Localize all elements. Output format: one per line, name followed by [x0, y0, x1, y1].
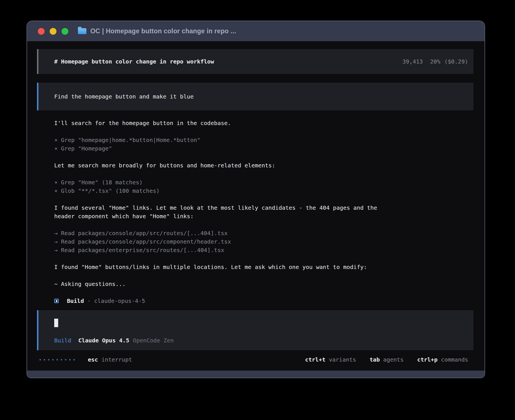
close-button[interactable] [38, 28, 45, 35]
spinner-dot [40, 359, 41, 360]
hint-label: agents [383, 356, 403, 363]
agent-build-icon [54, 299, 59, 303]
assistant-paragraph: I'll search for the homepage button in t… [54, 119, 473, 127]
tool-call-group: ∗ Grep "homepage|home.*button|Home.*butt… [54, 136, 473, 153]
hint-variants: ctrl+t variants [305, 356, 356, 363]
spinner-dot [73, 359, 75, 360]
zoom-button[interactable] [62, 28, 68, 35]
spinner-dot [48, 359, 49, 360]
hint-key: ctrl+t [305, 356, 325, 363]
assistant-paragraph: Let me search more broadly for buttons a… [54, 161, 473, 170]
tool-call-line: ∗ Grep "Homepage" [54, 144, 473, 153]
terminal-window: OC | Homepage button color change in rep… [27, 21, 485, 378]
spinner-dot [44, 359, 45, 360]
session-header: # Homepage button color change in repo w… [37, 49, 473, 74]
context-percent: 20% [430, 58, 440, 65]
tool-call-line: ∗ Glob "**/*.tsx" (100 matches) [54, 187, 473, 195]
assistant-text: header component which have "Home" links… [54, 212, 473, 220]
spinner-dot [52, 359, 54, 360]
keyboard-hints: ctrl+t variants tab agents ctrl+p comman… [305, 356, 468, 363]
hint-key: tab [370, 356, 380, 363]
assistant-output: I'll search for the homepage button in t… [54, 119, 473, 305]
minimize-button[interactable] [50, 28, 56, 35]
session-stats: 39,413 20% ($0.29) [402, 58, 468, 65]
tool-call-line: ∗ Grep "Home" (18 matches) [54, 178, 473, 187]
assistant-paragraph: I found several "Home" links. Let me loo… [54, 204, 473, 220]
text-cursor [54, 319, 58, 327]
hint-commands: ctrl+p commands [417, 356, 468, 363]
assistant-status: ~ Asking questions... [54, 280, 473, 288]
assistant-paragraph: I found "Home" buttons/links in multiple… [54, 263, 473, 271]
session-cost: ($0.29) [444, 58, 468, 65]
user-message: Find the homepage button and make it blu… [37, 83, 473, 110]
agent-task-model: claude-opus-4-5 [94, 297, 145, 305]
window-bottom-edge [27, 371, 485, 378]
read-tool-line: → Read packages/console/app/src/routes/[… [54, 229, 473, 237]
esc-hint-key: esc [88, 356, 98, 363]
user-message-text: Find the homepage button and make it blu… [54, 93, 194, 100]
esc-hint-label: interrupt [101, 356, 132, 363]
token-count: 39,413 [402, 58, 423, 65]
tool-call-group: ∗ Grep "Home" (18 matches) ∗ Glob "**/*.… [54, 178, 473, 195]
agent-task-row: Build · claude-opus-4-5 [54, 297, 473, 305]
assistant-text: I found "Home" buttons/links in multiple… [54, 263, 473, 271]
spinner-dot [56, 359, 58, 360]
input-meta: Build Claude Opus 4.5 OpenCode Zen [54, 336, 468, 345]
session-title: # Homepage button color change in repo w… [54, 58, 402, 65]
folder-icon [78, 28, 86, 34]
window-title: OC | Homepage button color change in rep… [90, 27, 236, 35]
model-selector[interactable]: Claude Opus 4.5 [78, 336, 129, 345]
hint-key: ctrl+p [417, 356, 437, 363]
traffic-lights [38, 28, 68, 35]
spinner-dot [69, 359, 71, 360]
separator-dot: · [87, 297, 91, 305]
status-bar: esc interrupt ctrl+t variants tab agents… [37, 355, 473, 364]
spinner-dot [65, 359, 66, 360]
agent-task-name: Build [67, 297, 84, 305]
asking-questions-text: ~ Asking questions... [54, 280, 473, 288]
hint-label: variants [329, 356, 356, 363]
prompt-input[interactable]: Build Claude Opus 4.5 OpenCode Zen [37, 310, 473, 350]
titlebar[interactable]: OC | Homepage button color change in rep… [27, 21, 485, 41]
assistant-text: I'll search for the homepage button in t… [54, 119, 473, 127]
spinner-icon [40, 359, 75, 360]
hint-agents: tab agents [370, 356, 403, 363]
spinner-dot [61, 359, 62, 360]
read-tool-line: → Read packages/enterprise/src/routes/[.… [54, 246, 473, 254]
tool-call-group: → Read packages/console/app/src/routes/[… [54, 229, 473, 254]
provider-name: OpenCode Zen [133, 336, 174, 345]
agent-mode-selector[interactable]: Build [54, 336, 71, 345]
hint-label: commands [441, 356, 468, 363]
read-tool-line: → Read packages/console/app/src/componen… [54, 237, 473, 246]
assistant-text: Let me search more broadly for buttons a… [54, 161, 473, 170]
desktop: { "window": { "title": "OC | Homepage bu… [0, 0, 515, 420]
terminal-content: # Homepage button color change in repo w… [27, 41, 485, 371]
assistant-text: I found several "Home" links. Let me loo… [54, 204, 473, 212]
tool-call-line: ∗ Grep "homepage|home.*button|Home.*butt… [54, 136, 473, 144]
